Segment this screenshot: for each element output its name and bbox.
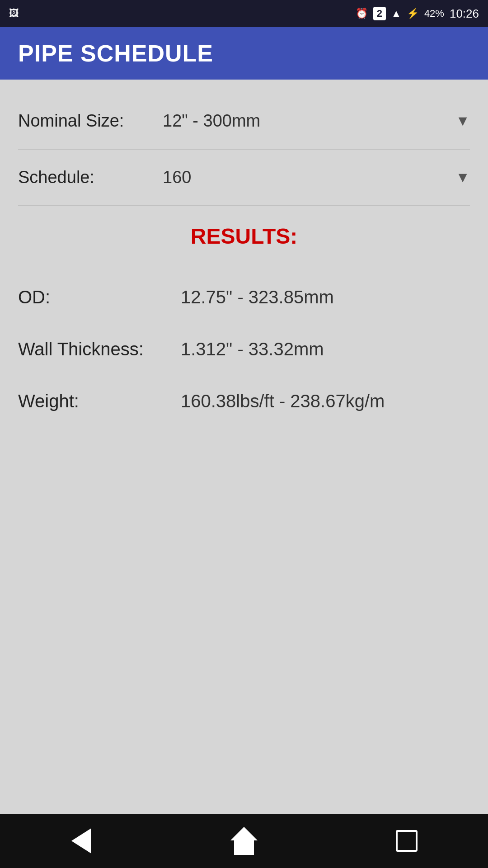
nominal-size-value: 12" - 300mm — [163, 111, 260, 131]
status-time: 10:26 — [450, 7, 479, 21]
home-button[interactable] — [226, 823, 262, 859]
results-section: RESULTS: OD: 12.75" - 323.85mm Wall Thic… — [18, 224, 470, 427]
status-bar: 🖼 ⏰ 2 ▲ ⚡ 42% 10:26 — [0, 0, 488, 27]
wall-thickness-value: 1.312" - 33.32mm — [181, 339, 470, 359]
main-content: Nominal Size: 12" - 300mm ▼ Schedule: 16… — [0, 80, 488, 814]
back-icon — [71, 828, 91, 854]
wall-thickness-label: Wall Thickness: — [18, 339, 181, 359]
notification-badge: 2 — [373, 7, 386, 20]
recents-button[interactable] — [389, 823, 425, 859]
schedule-dropdown[interactable]: 160 ▼ — [163, 163, 470, 192]
nominal-size-chevron-down-icon: ▼ — [455, 113, 470, 129]
status-bar-left: 🖼 — [9, 8, 19, 19]
results-title: RESULTS: — [18, 224, 470, 249]
schedule-row: Schedule: 160 ▼ — [18, 150, 470, 206]
recents-icon — [396, 830, 418, 852]
home-icon — [230, 827, 258, 855]
weight-row: Weight: 160.38lbs/ft - 238.67kg/m — [18, 375, 470, 427]
schedule-value: 160 — [163, 168, 191, 187]
app-header: PIPE SCHEDULE — [0, 27, 488, 80]
back-button[interactable] — [63, 823, 99, 859]
signal-icon: ▲ — [391, 8, 401, 19]
nav-bar — [0, 814, 488, 868]
app-title: PIPE SCHEDULE — [18, 40, 213, 67]
schedule-chevron-down-icon: ▼ — [455, 169, 470, 186]
od-value: 12.75" - 323.85mm — [181, 287, 470, 307]
weight-label: Weight: — [18, 391, 181, 411]
wall-thickness-row: Wall Thickness: 1.312" - 33.32mm — [18, 323, 470, 375]
weight-value: 160.38lbs/ft - 238.67kg/m — [181, 391, 470, 411]
status-bar-right: ⏰ 2 ▲ ⚡ 42% 10:26 — [356, 7, 479, 21]
gallery-icon: 🖼 — [9, 8, 19, 19]
nominal-size-label: Nominal Size: — [18, 111, 163, 131]
nominal-size-row: Nominal Size: 12" - 300mm ▼ — [18, 93, 470, 149]
od-label: OD: — [18, 287, 181, 307]
alarm-icon: ⏰ — [356, 8, 368, 19]
nominal-size-dropdown[interactable]: 12" - 300mm ▼ — [163, 107, 470, 135]
battery-icon: ⚡ — [407, 8, 419, 19]
schedule-label: Schedule: — [18, 168, 163, 187]
battery-percent: 42% — [424, 8, 444, 19]
od-row: OD: 12.75" - 323.85mm — [18, 271, 470, 323]
